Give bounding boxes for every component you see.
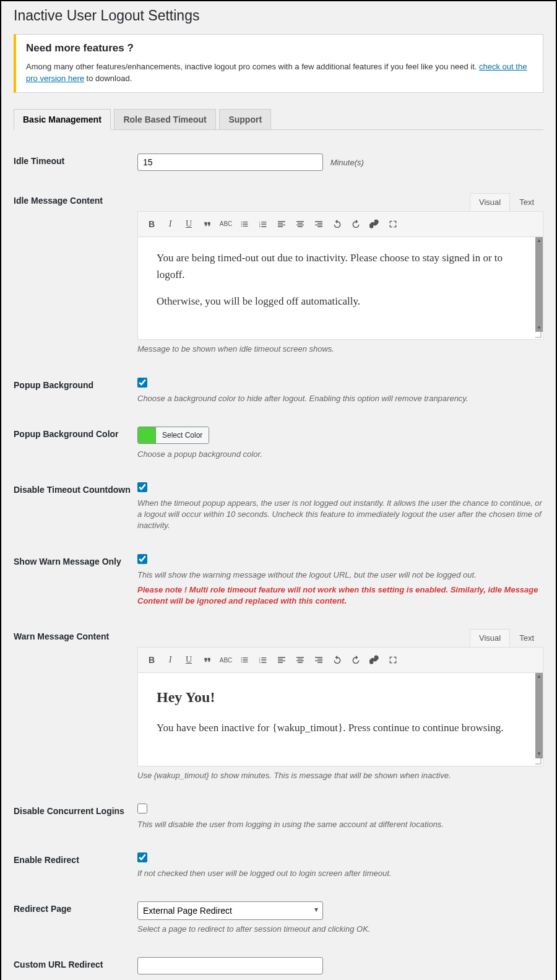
- show-warn-desc: This will show the warning message witho…: [137, 570, 543, 581]
- idle-message-label: Idle Message Content: [14, 193, 137, 206]
- disable-countdown-label: Disable Timeout Countdown: [14, 482, 137, 495]
- italic-icon[interactable]: I: [162, 651, 179, 669]
- ol-icon[interactable]: [254, 651, 272, 669]
- color-swatch: [138, 427, 155, 443]
- fullscreen-icon[interactable]: [384, 215, 402, 233]
- align-left-icon[interactable]: [273, 215, 290, 233]
- custom-url-input[interactable]: [137, 957, 323, 974]
- warn-message-desc: Use {wakup_timout} to show minutes. This…: [137, 770, 543, 781]
- editor-tab-visual[interactable]: Visual: [470, 193, 510, 211]
- notice-panel: Need more features ? Among many other fe…: [14, 34, 543, 93]
- idle-timeout-label: Idle Timeout: [14, 154, 137, 166]
- resize-handle[interactable]: [138, 758, 543, 766]
- popup-bg-label: Popup Background: [14, 378, 137, 390]
- redirect-page-desc: Select a page to redirect to after sessi…: [137, 924, 543, 935]
- idle-timeout-input[interactable]: [137, 154, 323, 171]
- idle-message-editor: B I U ABC: [137, 211, 543, 340]
- fullscreen-icon[interactable]: [384, 651, 402, 669]
- underline-icon[interactable]: U: [180, 215, 197, 233]
- disable-concurrent-label: Disable Concurrent Logins: [14, 804, 137, 816]
- notice-heading: Need more features ?: [26, 42, 533, 54]
- bold-icon[interactable]: B: [143, 651, 160, 669]
- redo-icon[interactable]: [347, 215, 365, 233]
- strikethrough-icon[interactable]: ABC: [217, 215, 235, 233]
- editor-tab-text[interactable]: Text: [510, 629, 543, 647]
- enable-redirect-checkbox[interactable]: [137, 852, 147, 862]
- underline-icon[interactable]: U: [180, 651, 197, 669]
- redirect-page-select[interactable]: External Page Redirect: [137, 901, 323, 920]
- popup-bg-color-desc: Choose a popup background color.: [137, 449, 543, 460]
- quote-icon[interactable]: [199, 651, 216, 669]
- ul-icon[interactable]: [236, 651, 253, 669]
- tab-basic-management[interactable]: Basic Management: [14, 109, 111, 130]
- editor-toolbar: B I U ABC: [138, 212, 543, 237]
- show-warn-checkbox[interactable]: [137, 554, 147, 564]
- warn-message-editor: B I U ABC: [137, 647, 543, 766]
- idle-message-content[interactable]: You are being timed-out out due to inact…: [138, 237, 543, 332]
- bold-icon[interactable]: B: [143, 215, 160, 233]
- undo-icon[interactable]: [329, 651, 346, 669]
- popup-bg-checkbox[interactable]: [137, 378, 147, 388]
- idle-message-desc: Message to be shown when idle timeout sc…: [137, 344, 543, 355]
- editor-tab-visual[interactable]: Visual: [470, 629, 510, 647]
- disable-countdown-checkbox[interactable]: [137, 482, 147, 492]
- show-warn-note: Please note ! Multi role timeout feature…: [137, 584, 543, 607]
- link-icon[interactable]: [366, 651, 383, 669]
- ol-icon[interactable]: [254, 215, 272, 233]
- tab-support[interactable]: Support: [219, 109, 271, 129]
- ul-icon[interactable]: [236, 215, 253, 233]
- resize-handle[interactable]: [138, 332, 543, 339]
- scrollbar[interactable]: [535, 237, 543, 332]
- scrollbar[interactable]: [535, 673, 543, 758]
- italic-icon[interactable]: I: [162, 215, 179, 233]
- align-left-icon[interactable]: [273, 651, 290, 669]
- page-title: Inactive User Logout Settings: [14, 1, 543, 28]
- custom-url-label: Custom URL Redirect: [14, 957, 137, 969]
- show-warn-label: Show Warn Message Only: [14, 554, 137, 566]
- align-right-icon[interactable]: [310, 215, 327, 233]
- idle-timeout-suffix: Minute(s): [330, 158, 364, 167]
- tab-role-based-timeout[interactable]: Role Based Timeout: [114, 109, 215, 129]
- editor-toolbar: B I U ABC: [138, 648, 543, 673]
- undo-icon[interactable]: [329, 215, 346, 233]
- link-icon[interactable]: [366, 215, 383, 233]
- notice-text: Among many other features/enhancements, …: [26, 61, 533, 85]
- enable-redirect-desc: If not checked then user will be logged …: [137, 868, 543, 879]
- redirect-page-label: Redirect Page: [14, 901, 137, 914]
- editor-tab-text[interactable]: Text: [510, 193, 543, 211]
- align-center-icon[interactable]: [291, 215, 309, 233]
- align-center-icon[interactable]: [291, 651, 309, 669]
- disable-countdown-desc: When the timeout popup appears, the user…: [137, 498, 543, 532]
- redo-icon[interactable]: [347, 651, 365, 669]
- disable-concurrent-checkbox[interactable]: [137, 804, 147, 813]
- enable-redirect-label: Enable Redirect: [14, 852, 137, 865]
- tabs-bar: Basic Management Role Based Timeout Supp…: [14, 105, 543, 130]
- select-color-button[interactable]: Select Color: [137, 427, 209, 444]
- warn-message-content[interactable]: Hey You! You have been inactive for {wak…: [138, 673, 543, 758]
- strikethrough-icon[interactable]: ABC: [217, 651, 235, 669]
- disable-concurrent-desc: This will disable the user from logging …: [137, 819, 543, 830]
- popup-bg-color-label: Popup Background Color: [14, 427, 137, 439]
- warn-message-label: Warn Message Content: [14, 629, 137, 641]
- align-right-icon[interactable]: [310, 651, 327, 669]
- quote-icon[interactable]: [199, 215, 216, 233]
- popup-bg-desc: Choose a background color to hide after …: [137, 393, 543, 404]
